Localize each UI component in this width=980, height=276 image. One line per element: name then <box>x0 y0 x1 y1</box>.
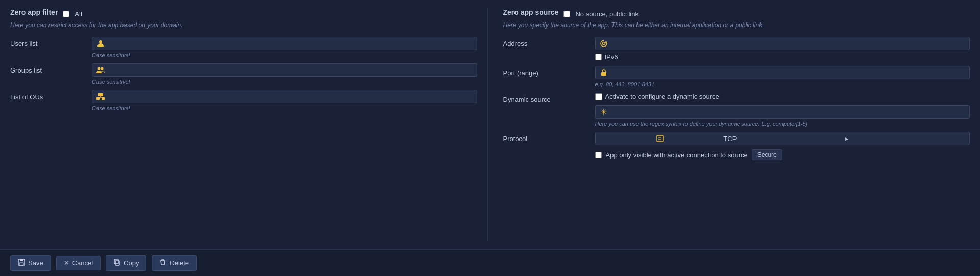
svg-rect-9 <box>601 72 606 76</box>
user-icon <box>96 39 105 48</box>
copy-label: Copy <box>124 259 139 267</box>
groups-list-row: Groups list <box>10 63 477 85</box>
left-header-row: Zero app filter All <box>10 8 477 19</box>
delete-label: Delete <box>169 259 189 267</box>
ous-field-wrap: Case sensitive! <box>92 90 477 111</box>
right-description: Here you specify the source of the app. … <box>503 21 970 29</box>
port-icon <box>600 68 608 77</box>
dynamic-source-checkbox-label: Activate to configure a dynamic source <box>605 93 719 100</box>
protocol-row: Protocol TCP ► <box>503 132 970 160</box>
main-container: Zero app filter All Here you can restric… <box>0 0 980 276</box>
port-label: Port (range) <box>503 66 595 77</box>
address-row: Address 10.120.1.11 IPv6 <box>503 37 970 61</box>
right-panel: Zero app source No source, public link H… <box>488 8 970 241</box>
dynamic-source-input-wrapper: ✳ .* <box>595 105 970 119</box>
secure-button[interactable]: Secure <box>752 149 782 160</box>
svg-rect-17 <box>114 259 118 264</box>
protocol-arrow-icon: ► <box>844 136 965 142</box>
groups-list-input-wrapper <box>92 63 477 77</box>
dynamic-source-row: Dynamic source Activate to configure a d… <box>503 93 970 127</box>
delete-button[interactable]: Delete <box>152 255 197 271</box>
port-input-wrapper: 80, 443 <box>595 66 970 79</box>
port-hint: e.g. 80, 443, 8001-8431 <box>595 81 970 87</box>
address-input[interactable]: 10.120.1.11 <box>608 40 966 48</box>
save-button[interactable]: Save <box>10 255 51 271</box>
port-input[interactable]: 80, 443 <box>608 69 966 77</box>
protocol-value: TCP <box>720 135 844 143</box>
active-connection-row: App only visible with active connection … <box>595 149 970 160</box>
svg-point-2 <box>101 67 104 70</box>
content-area: Zero app filter All Here you can restric… <box>0 0 980 249</box>
ous-label: List of OUs <box>10 90 92 101</box>
users-list-field-wrap: Case sensitive! <box>92 37 477 58</box>
active-connection-checkbox[interactable] <box>595 152 602 158</box>
svg-rect-14 <box>20 259 23 261</box>
protocol-label: Protocol <box>503 132 595 143</box>
users-list-input[interactable] <box>105 40 473 48</box>
ipv6-label: IPv6 <box>605 53 618 61</box>
protocol-icon <box>600 134 721 143</box>
dynamic-source-input[interactable]: .* <box>608 108 966 116</box>
port-row: Port (range) 80, 443 e.g. 80, 443, 8001-… <box>503 66 970 87</box>
ou-icon <box>96 93 105 101</box>
asterisk-icon: ✳ <box>600 108 608 116</box>
svg-rect-10 <box>657 135 663 142</box>
ipv6-checkbox[interactable] <box>595 54 602 60</box>
address-input-wrapper: 10.120.1.11 <box>595 37 970 50</box>
svg-rect-16 <box>115 261 119 265</box>
footer: Save ✕ Cancel Copy Delete <box>0 249 980 276</box>
dynamic-source-checkbox[interactable] <box>595 93 602 100</box>
port-field-wrap: 80, 443 e.g. 80, 443, 8001-8431 <box>595 66 970 87</box>
copy-button[interactable]: Copy <box>106 255 146 271</box>
copy-icon <box>113 259 120 267</box>
no-source-checkbox[interactable] <box>564 11 570 17</box>
groups-list-field-wrap: Case sensitive! <box>92 63 477 85</box>
svg-point-0 <box>99 40 102 43</box>
users-list-row: Users list Case sensitive! <box>10 37 477 58</box>
active-connection-label: App only visible with active connection … <box>606 151 748 159</box>
ous-input-wrapper <box>92 90 477 103</box>
delete-icon <box>159 259 166 267</box>
left-description: Here you can restrict access for the app… <box>10 21 477 29</box>
groups-list-input[interactable] <box>105 66 473 74</box>
right-section-title: Zero app source <box>503 8 559 16</box>
right-header-row: Zero app source No source, public link <box>503 8 970 19</box>
svg-point-1 <box>98 67 101 70</box>
ous-case-sensitive: Case sensitive! <box>92 105 477 111</box>
users-list-label: Users list <box>10 37 92 48</box>
svg-rect-3 <box>98 93 103 96</box>
address-field-wrap: 10.120.1.11 IPv6 <box>595 37 970 61</box>
ipv6-row: IPv6 <box>595 53 970 61</box>
group-icon <box>96 66 105 74</box>
protocol-select-wrapper[interactable]: TCP ► <box>595 132 970 145</box>
ous-input[interactable] <box>105 93 473 101</box>
svg-point-8 <box>602 42 605 45</box>
ous-row: List of OUs <box>10 90 477 111</box>
cancel-icon: ✕ <box>64 259 69 267</box>
no-source-label: No source, public link <box>575 10 639 18</box>
dynamic-source-hint: Here you can use the regex syntax to def… <box>595 121 970 127</box>
cancel-label: Cancel <box>72 259 93 267</box>
address-label: Address <box>503 37 595 48</box>
save-label: Save <box>28 259 43 267</box>
users-list-input-wrapper <box>92 37 477 50</box>
protocol-field-wrap: TCP ► App only visible with active conne… <box>595 132 970 160</box>
left-section-title: Zero app filter <box>10 8 58 16</box>
dynamic-source-field-wrap: Activate to configure a dynamic source ✳… <box>595 93 970 127</box>
groups-list-case-sensitive: Case sensitive! <box>92 79 477 85</box>
all-checkbox[interactable] <box>63 11 69 17</box>
cancel-button[interactable]: ✕ Cancel <box>56 256 101 270</box>
users-list-case-sensitive: Case sensitive! <box>92 52 477 58</box>
groups-list-label: Groups list <box>10 63 92 74</box>
left-panel: Zero app filter All Here you can restric… <box>10 8 488 241</box>
save-icon <box>18 259 25 267</box>
dynamic-source-checkbox-row: Activate to configure a dynamic source <box>595 93 970 100</box>
at-icon <box>600 39 608 48</box>
dynamic-source-label: Dynamic source <box>503 93 595 103</box>
all-label: All <box>75 10 82 18</box>
